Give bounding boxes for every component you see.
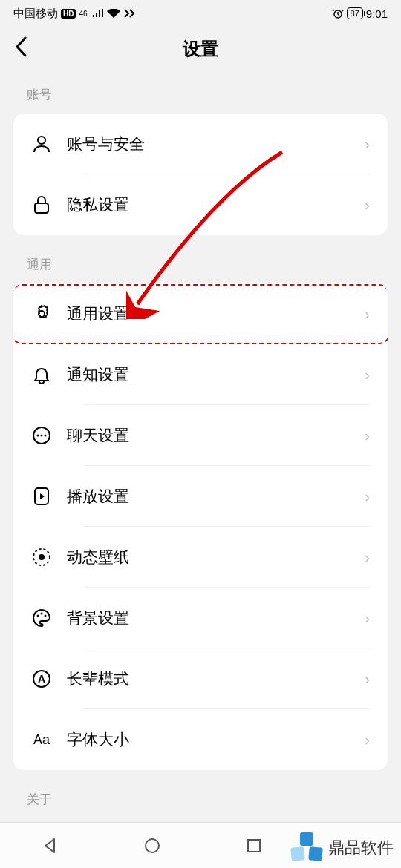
nav-home[interactable]: [141, 835, 163, 857]
user-icon: [31, 134, 52, 154]
section-label-general: 通用: [0, 235, 401, 283]
a-circle-icon: A: [31, 668, 52, 689]
card-account: 账号与安全 › 隐私设置 ›: [13, 114, 388, 235]
gear-icon: [31, 303, 52, 324]
item-wallpaper[interactable]: 动态壁纸 ›: [13, 527, 388, 588]
chevron-right-icon: ›: [365, 136, 370, 153]
extra-icon: [123, 8, 135, 19]
section-label-about: 关于: [0, 770, 401, 818]
wifi-icon: [107, 9, 120, 18]
chat-icon: [31, 425, 52, 446]
svg-point-6: [41, 435, 43, 437]
item-label: 播放设置: [67, 486, 365, 507]
signal-text: 46: [79, 10, 87, 18]
watermark-text: 鼎品软件: [328, 837, 394, 859]
svg-point-10: [39, 554, 45, 560]
item-label: 字体大小: [67, 729, 365, 750]
svg-point-12: [41, 613, 43, 615]
item-label: 长辈模式: [67, 668, 365, 689]
status-left: 中国移动 HD 46: [13, 7, 135, 21]
play-icon: [31, 486, 52, 507]
svg-point-1: [38, 137, 45, 144]
font-size-icon: Aa: [31, 729, 52, 750]
item-label: 通用设置: [67, 303, 365, 324]
bell-icon: [31, 364, 52, 385]
svg-point-11: [37, 615, 39, 617]
lock-icon: [31, 194, 52, 215]
watermark-logo-icon: [290, 831, 324, 865]
nav-recent[interactable]: [243, 835, 265, 857]
item-account-security[interactable]: 账号与安全 ›: [13, 114, 388, 174]
chevron-right-icon: ›: [365, 731, 370, 749]
watermark: 鼎品软件: [290, 831, 394, 865]
chevron-left-icon: [15, 36, 27, 57]
status-bar: 中国移动 HD 46 87 9:01: [0, 0, 401, 27]
chevron-right-icon: ›: [365, 197, 370, 214]
item-label: 动态壁纸: [67, 547, 365, 568]
back-button[interactable]: [15, 36, 27, 62]
page-header: 设置: [0, 27, 401, 71]
item-background[interactable]: 背景设置 ›: [13, 588, 388, 648]
chevron-right-icon: ›: [365, 488, 370, 505]
svg-point-13: [45, 615, 47, 617]
alarm-icon: [332, 7, 344, 19]
hd-badge: HD: [61, 9, 76, 19]
nav-back[interactable]: [39, 835, 62, 857]
signal-icon: [92, 9, 104, 18]
item-general-settings[interactable]: 通用设置 ›: [13, 283, 388, 344]
battery-indicator: 87: [347, 7, 363, 19]
item-label: 通知设置: [67, 364, 365, 385]
card-general: 通用设置 › 通知设置 › 聊天设置 › 播放设置 › 动态壁纸 › 背景设置 …: [13, 283, 388, 770]
item-privacy[interactable]: 隐私设置 ›: [13, 174, 388, 235]
chevron-right-icon: ›: [365, 366, 370, 384]
carrier-label: 中国移动: [13, 7, 58, 21]
svg-rect-17: [248, 840, 260, 852]
item-label: 隐私设置: [67, 194, 365, 215]
item-font-size[interactable]: Aa 字体大小 ›: [13, 709, 388, 770]
page-title: 设置: [183, 37, 218, 61]
item-playback[interactable]: 播放设置 ›: [13, 466, 388, 527]
chevron-right-icon: ›: [365, 610, 370, 627]
item-chat[interactable]: 聊天设置 ›: [13, 405, 388, 466]
section-label-account: 账号: [0, 71, 401, 114]
svg-point-16: [146, 839, 159, 852]
wallpaper-icon: [31, 547, 52, 568]
chevron-right-icon: ›: [365, 306, 370, 323]
svg-text:A: A: [38, 673, 45, 685]
chevron-right-icon: ›: [365, 427, 370, 444]
item-elder-mode[interactable]: A 长辈模式 ›: [13, 648, 388, 709]
status-right: 87 9:01: [332, 7, 388, 20]
svg-point-5: [37, 435, 39, 437]
chevron-right-icon: ›: [365, 549, 370, 566]
palette-icon: [31, 608, 52, 628]
clock-text: 9:01: [366, 7, 388, 20]
svg-point-7: [45, 435, 47, 437]
item-notification[interactable]: 通知设置 ›: [13, 344, 388, 405]
item-label: 账号与安全: [67, 134, 365, 154]
chevron-right-icon: ›: [365, 671, 370, 688]
item-label: 背景设置: [67, 608, 365, 628]
svg-rect-2: [35, 203, 48, 213]
item-label: 聊天设置: [67, 425, 365, 446]
